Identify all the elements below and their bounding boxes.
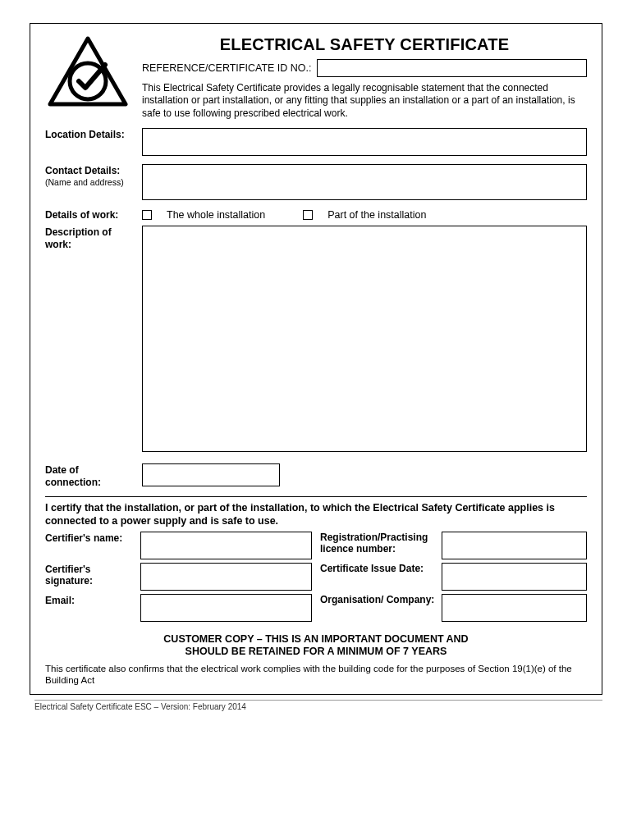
org-label: Organisation/ Company:: [320, 594, 435, 622]
footer-compliance: This certificate also confirms that the …: [45, 664, 587, 687]
contact-row: Contact Details: (Name and address): [45, 164, 587, 200]
header-text: ELECTRICAL SAFETY CERTIFICATE REFERENCE/…: [142, 35, 587, 120]
signature-input[interactable]: [140, 563, 312, 591]
intro-text: This Electrical Safety Certificate provi…: [142, 82, 587, 120]
certificate-page: ELECTRICAL SAFETY CERTIFICATE REFERENCE/…: [30, 23, 602, 695]
signature-label: Certifier's signature:: [45, 563, 134, 591]
certify-statement: I certify that the installation, or part…: [45, 502, 587, 527]
header: ELECTRICAL SAFETY CERTIFICATE REFERENCE/…: [45, 35, 587, 120]
details-row: Details of work: The whole installation …: [45, 208, 587, 221]
rcm-logo: [45, 35, 131, 120]
rcm-tick-icon: [47, 35, 129, 107]
description-input[interactable]: [142, 226, 587, 452]
description-row: Description of work:: [45, 226, 587, 452]
certifier-name-label: Certifier's name:: [45, 532, 134, 559]
org-input[interactable]: [442, 594, 587, 622]
certifier-row-1: Certifier's name: Registration/Practisin…: [45, 532, 587, 559]
email-label: Email:: [45, 594, 134, 622]
issue-date-label: Certificate Issue Date:: [320, 563, 435, 591]
reference-label: REFERENCE/CERTIFICATE ID NO.:: [142, 62, 312, 74]
location-input[interactable]: [142, 128, 587, 156]
location-label: Location Details:: [45, 128, 134, 156]
work-options: The whole installation Part of the insta…: [142, 209, 587, 221]
footer-important: CUSTOMER COPY – THIS IS AN IMPORTANT DOC…: [45, 633, 587, 659]
details-label: Details of work:: [45, 208, 134, 221]
location-row: Location Details:: [45, 128, 587, 156]
svg-marker-0: [50, 39, 126, 104]
certifier-row-3: Email: Organisation/ Company:: [45, 594, 587, 622]
date-connection-row: Date of connection:: [45, 463, 587, 488]
part-checkbox[interactable]: [303, 210, 313, 220]
part-label: Part of the installation: [327, 209, 426, 221]
description-label: Description of work:: [45, 226, 134, 452]
whole-label: The whole installation: [167, 209, 265, 221]
date-connection-label: Date of connection:: [45, 463, 134, 488]
reference-input[interactable]: [317, 59, 587, 77]
whole-checkbox[interactable]: [142, 210, 152, 220]
certifier-name-input[interactable]: [140, 532, 312, 559]
date-connection-input[interactable]: [142, 463, 280, 486]
contact-input[interactable]: [142, 164, 587, 200]
version-text: Electrical Safety Certificate ESC – Vers…: [34, 700, 602, 711]
divider: [45, 496, 587, 497]
reference-row: REFERENCE/CERTIFICATE ID NO.:: [142, 59, 587, 77]
licence-input[interactable]: [442, 532, 587, 559]
issue-date-input[interactable]: [442, 563, 587, 591]
page-title: ELECTRICAL SAFETY CERTIFICATE: [142, 35, 587, 54]
licence-label: Registration/Practising licence number:: [320, 532, 435, 559]
email-input[interactable]: [140, 594, 312, 622]
contact-label: Contact Details: (Name and address): [45, 164, 134, 200]
certifier-row-2: Certifier's signature: Certificate Issue…: [45, 563, 587, 591]
